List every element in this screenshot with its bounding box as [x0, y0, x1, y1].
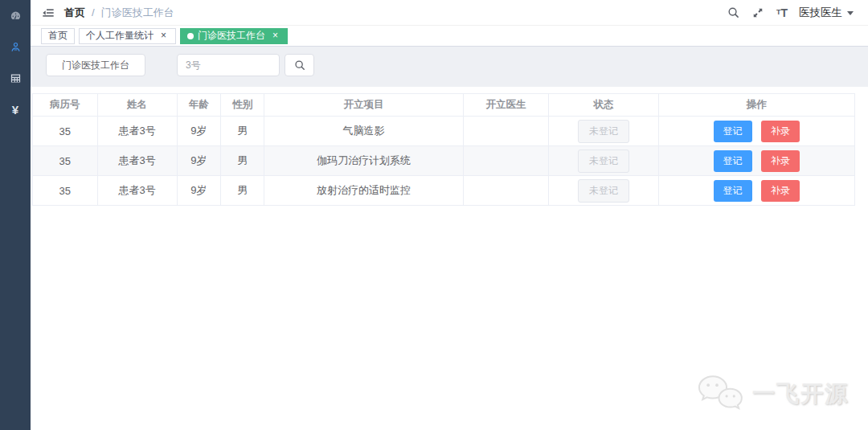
main-area: 首页 / 门诊医技工作台 TT 医技医生 — [31, 0, 868, 430]
register-button[interactable]: 登记 — [714, 121, 752, 142]
status-badge: 未登记 — [578, 149, 629, 173]
cell-age: 9岁 — [177, 176, 220, 206]
search-icon — [294, 59, 305, 71]
chevron-down-icon — [847, 11, 854, 15]
navbar: 首页 / 门诊医技工作台 TT 医技医生 — [31, 0, 868, 26]
cell-actions: 登记 补录 — [658, 117, 854, 146]
cell-actions: 登记 补录 — [658, 146, 854, 176]
cell-doctor — [463, 146, 549, 176]
fullscreen-button[interactable] — [752, 7, 764, 18]
table-section: 病历号姓名年龄性别开立项目开立医生状态操作 35 患者3号 9岁 男 气脑造影 … — [31, 87, 868, 206]
register-button[interactable]: 登记 — [714, 150, 752, 172]
user-icon — [10, 41, 22, 53]
close-icon[interactable]: × — [270, 31, 280, 41]
patients-table: 病历号姓名年龄性别开立项目开立医生状态操作 35 患者3号 9岁 男 气脑造影 … — [32, 93, 855, 206]
watermark-text: 一飞开源 — [752, 379, 849, 409]
cell-record-no: 35 — [33, 146, 98, 176]
breadcrumb-separator: / — [92, 6, 95, 18]
cell-status: 未登记 — [549, 146, 658, 176]
fullscreen-icon — [752, 7, 764, 18]
cell-gender: 男 — [221, 146, 264, 176]
dashboard-icon — [10, 10, 22, 22]
table-row: 35 患者3号 9岁 男 放射治疗的适时监控 未登记 登记 补录 — [33, 176, 855, 206]
user-name: 医技医生 — [799, 6, 842, 20]
cell-project: 放射治疗的适时监控 — [264, 176, 463, 206]
column-header: 年龄 — [177, 94, 220, 117]
workbench-button[interactable]: 门诊医技工作台 — [46, 54, 145, 76]
status-badge: 未登记 — [578, 120, 629, 143]
sidebar: ¥ — [0, 0, 31, 430]
sidebar-item-fees[interactable]: ¥ — [0, 94, 31, 125]
supplement-button[interactable]: 补录 — [761, 180, 800, 202]
breadcrumb-current: 门诊医技工作台 — [101, 6, 174, 20]
column-header: 开立医生 — [463, 94, 549, 117]
search-input[interactable] — [177, 54, 280, 76]
navbar-right: TT 医技医生 — [714, 6, 868, 20]
table-row: 35 患者3号 9岁 男 伽玛刀治疗计划系统 未登记 登记 补录 — [33, 146, 855, 176]
tab-label: 门诊医技工作台 — [198, 29, 265, 43]
font-size-button[interactable]: TT — [776, 7, 788, 18]
active-dot-icon — [187, 33, 194, 39]
cell-project: 伽玛刀治疗计划系统 — [264, 146, 463, 176]
tab-label: 首页 — [48, 29, 68, 43]
toolbar: 门诊医技工作台 — [31, 47, 868, 87]
sidebar-item-table[interactable] — [0, 63, 31, 94]
cell-name: 患者3号 — [97, 117, 177, 146]
table-header-row: 病历号姓名年龄性别开立项目开立医生状态操作 — [33, 94, 855, 117]
money-icon: ¥ — [12, 103, 18, 117]
cell-name: 患者3号 — [97, 176, 177, 206]
cell-status: 未登记 — [549, 176, 658, 206]
tabs-bar: 首页 个人工作量统计 × 门诊医技工作台 × — [31, 26, 868, 47]
search-button[interactable] — [285, 54, 314, 76]
cell-actions: 登记 补录 — [658, 176, 854, 206]
table-body: 35 患者3号 9岁 男 气脑造影 未登记 登记 补录 35 患者3号 9岁 男… — [33, 117, 855, 206]
cell-doctor — [463, 176, 549, 206]
cell-name: 患者3号 — [97, 146, 177, 176]
tab-personal-workload[interactable]: 个人工作量统计 × — [79, 28, 176, 44]
column-header: 操作 — [658, 94, 854, 117]
register-button[interactable]: 登记 — [714, 180, 752, 202]
sidebar-toggle-button[interactable] — [31, 6, 64, 19]
cell-age: 9岁 — [177, 117, 220, 146]
status-badge: 未登记 — [578, 179, 629, 203]
cell-doctor — [463, 117, 549, 146]
close-icon[interactable]: × — [158, 31, 169, 41]
user-dropdown[interactable]: 医技医生 — [799, 6, 854, 20]
breadcrumb-home[interactable]: 首页 — [64, 6, 85, 20]
cell-gender: 男 — [221, 176, 264, 206]
breadcrumb: 首页 / 门诊医技工作台 — [64, 6, 174, 20]
header-search-button[interactable] — [727, 6, 739, 18]
cell-status: 未登记 — [549, 117, 658, 146]
supplement-button[interactable]: 补录 — [761, 150, 800, 172]
cell-record-no: 35 — [33, 176, 98, 206]
column-header: 姓名 — [97, 94, 177, 117]
sidebar-item-worklist[interactable] — [0, 31, 31, 63]
tab-home[interactable]: 首页 — [41, 28, 75, 44]
column-header: 状态 — [549, 94, 658, 117]
tab-label: 个人工作量统计 — [86, 29, 154, 43]
table-icon — [10, 72, 22, 84]
sidebar-item-dashboard[interactable] — [0, 0, 31, 31]
table-row: 35 患者3号 9岁 男 气脑造影 未登记 登记 补录 — [33, 117, 855, 146]
search-icon — [727, 6, 739, 18]
column-header: 开立项目 — [264, 94, 463, 117]
cell-record-no: 35 — [33, 117, 98, 146]
column-header: 病历号 — [33, 94, 98, 117]
column-header: 性别 — [221, 94, 264, 117]
cell-age: 9岁 — [177, 146, 220, 176]
cell-gender: 男 — [221, 117, 264, 146]
wechat-icon — [696, 374, 746, 414]
watermark: 一飞开源 — [696, 374, 849, 414]
hamburger-icon — [42, 6, 55, 19]
supplement-button[interactable]: 补录 — [761, 121, 800, 142]
cell-project: 气脑造影 — [264, 117, 463, 146]
tab-medtech-workbench[interactable]: 门诊医技工作台 × — [180, 28, 288, 44]
